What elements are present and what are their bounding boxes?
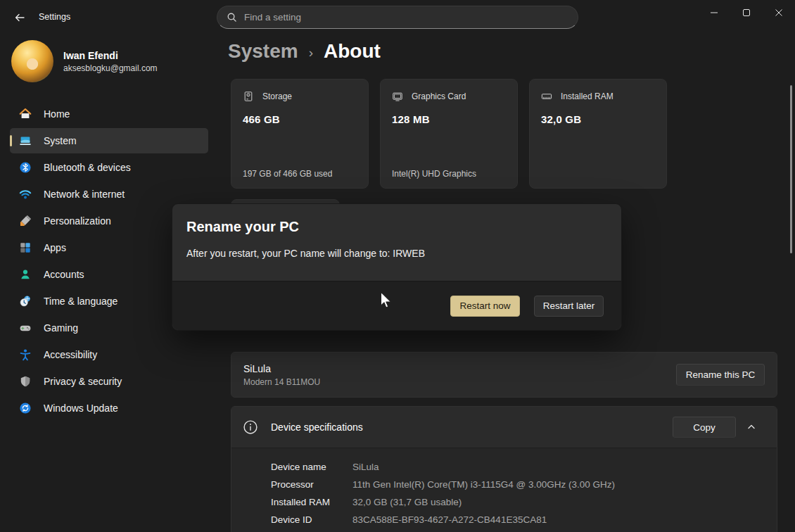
dialog-title: Rename your PC xyxy=(186,219,607,235)
spec-value: 11th Gen Intel(R) Core(TM) i3-1115G4 @ 3… xyxy=(352,479,615,490)
avatar xyxy=(11,40,53,82)
breadcrumb-system[interactable]: System xyxy=(228,40,298,63)
back-button[interactable] xyxy=(8,9,31,26)
network-icon xyxy=(19,188,32,201)
sidebar-item-label: Accessibility xyxy=(44,349,97,360)
close-icon xyxy=(775,8,783,17)
user-profile[interactable]: Iwan Efendi aksesblogku@gmail.com xyxy=(11,40,204,82)
sidebar-item-windows-update[interactable]: Windows Update xyxy=(10,395,208,421)
accounts-icon xyxy=(19,268,32,281)
close-button[interactable] xyxy=(763,0,795,25)
specs-title: Device specifications xyxy=(271,422,363,433)
home-icon xyxy=(19,108,32,120)
minimize-button[interactable] xyxy=(698,0,730,25)
card-value: 466 GB xyxy=(243,113,357,125)
card-installed-ram: Installed RAM 32,0 GB xyxy=(529,79,667,189)
card-detail: 197 GB of 466 GB used xyxy=(243,169,332,179)
device-name-row: SiLula Modern 14 B11MOU Rename this PC xyxy=(231,352,777,398)
chevron-up-icon xyxy=(746,422,756,432)
gaming-icon xyxy=(19,322,32,334)
restart-later-button[interactable]: Restart later xyxy=(534,296,604,317)
storage-icon xyxy=(243,91,254,102)
ram-icon xyxy=(541,91,552,102)
spec-label: Device name xyxy=(271,462,352,472)
selected-indicator xyxy=(10,135,12,146)
card-detail: Intel(R) UHD Graphics xyxy=(392,169,476,179)
breadcrumb: System › About xyxy=(228,40,381,63)
collapse-chevron[interactable] xyxy=(736,417,767,438)
search-icon xyxy=(227,12,237,23)
sidebar-item-label: Apps xyxy=(44,242,66,253)
bluetooth-icon xyxy=(19,161,32,174)
accessibility-icon xyxy=(19,348,32,361)
restart-now-button[interactable]: Restart now xyxy=(450,296,520,317)
profile-name: Iwan Efendi xyxy=(63,50,158,61)
spec-label: Installed RAM xyxy=(271,497,352,507)
scrollbar[interactable] xyxy=(790,85,792,253)
card-graphics-card: Graphics Card 128 MB Intel(R) UHD Graphi… xyxy=(380,79,518,189)
dialog-footer: Restart now Restart later xyxy=(172,281,621,330)
device-name: SiLula xyxy=(243,363,320,374)
back-arrow-icon xyxy=(14,12,25,23)
sidebar-item-label: Personalization xyxy=(44,215,111,227)
profile-email: aksesblogku@gmail.com xyxy=(63,63,158,73)
card-value: 32,0 GB xyxy=(541,113,655,125)
minimize-icon xyxy=(710,8,718,17)
sidebar-item-bluetooth-devices[interactable]: Bluetooth & devices xyxy=(10,155,208,180)
sidebar-item-privacy-security[interactable]: Privacy & security xyxy=(10,369,208,394)
maximize-button[interactable] xyxy=(730,0,763,25)
apps-icon xyxy=(19,241,32,254)
spec-label: Device ID xyxy=(271,514,352,525)
search-box[interactable] xyxy=(217,6,578,29)
sidebar-item-label: Windows Update xyxy=(44,403,118,414)
device-specifications-header[interactable]: Device specifications Copy xyxy=(231,407,777,448)
summary-cards: Storage 466 GB 197 GB of 466 GB used Gra… xyxy=(231,79,667,189)
spec-row-installed-ram: Installed RAM 32,0 GB (31,7 GB usable) xyxy=(271,493,777,511)
system-icon xyxy=(19,134,32,147)
spec-value: 32,0 GB (31,7 GB usable) xyxy=(352,497,462,507)
specs-table: Device name SiLula Processor 11th Gen In… xyxy=(231,448,777,532)
maximize-icon xyxy=(742,8,751,17)
rename-pc-dialog: Rename your PC After you restart, your P… xyxy=(172,203,622,331)
device-model: Modern 14 B11MOU xyxy=(243,377,320,387)
sidebar-item-label: Gaming xyxy=(44,322,78,334)
card-label: Storage xyxy=(262,91,292,101)
personalization-icon xyxy=(19,215,32,227)
sidebar-item-system[interactable]: System xyxy=(10,128,208,153)
privacy-icon xyxy=(19,375,32,388)
spec-row-device-name: Device name SiLula xyxy=(271,458,777,476)
sidebar-item-label: Bluetooth & devices xyxy=(44,162,131,173)
copy-button[interactable]: Copy xyxy=(673,417,736,438)
card-label: Installed RAM xyxy=(561,91,613,101)
sidebar-item-label: Home xyxy=(44,108,70,120)
device-specifications-section: Device specifications Copy Device name S… xyxy=(231,406,777,532)
search-input[interactable] xyxy=(244,12,568,23)
breadcrumb-separator: › xyxy=(309,42,313,61)
sidebar-item-label: System xyxy=(44,135,77,146)
page-title: About xyxy=(324,40,381,63)
card-storage: Storage 466 GB 197 GB of 466 GB used xyxy=(231,79,369,189)
sidebar-item-label: Accounts xyxy=(44,269,84,280)
sidebar-item-accessibility[interactable]: Accessibility xyxy=(10,342,208,367)
rename-this-pc-button[interactable]: Rename this PC xyxy=(676,364,765,386)
sidebar-item-label: Network & internet xyxy=(44,189,125,200)
time-language-icon xyxy=(19,295,32,308)
spec-value: 83CA588E-BF93-4627-A272-CB441E35CA81 xyxy=(352,514,547,525)
sidebar-item-label: Time & language xyxy=(44,296,117,307)
card-label: Graphics Card xyxy=(412,91,466,101)
app-title: Settings xyxy=(39,12,70,22)
sidebar-item-label: Privacy & security xyxy=(44,376,122,387)
sidebar-item-home[interactable]: Home xyxy=(10,101,208,127)
dialog-message: After you restart, your PC name will cha… xyxy=(186,248,607,259)
mouse-cursor xyxy=(380,291,392,310)
spec-row-device-id: Device ID 83CA588E-BF93-4627-A272-CB441E… xyxy=(271,511,777,528)
card-value: 128 MB xyxy=(392,113,506,125)
spec-label: Processor xyxy=(271,479,352,490)
info-icon xyxy=(243,419,258,435)
windows-update-icon xyxy=(19,402,32,414)
spec-row-product-id: Product ID 00327-36342-35651-AAOEM xyxy=(271,528,777,532)
spec-value: SiLula xyxy=(352,462,379,472)
graphics-icon xyxy=(392,91,403,102)
spec-row-processor: Processor 11th Gen Intel(R) Core(TM) i3-… xyxy=(271,476,777,493)
